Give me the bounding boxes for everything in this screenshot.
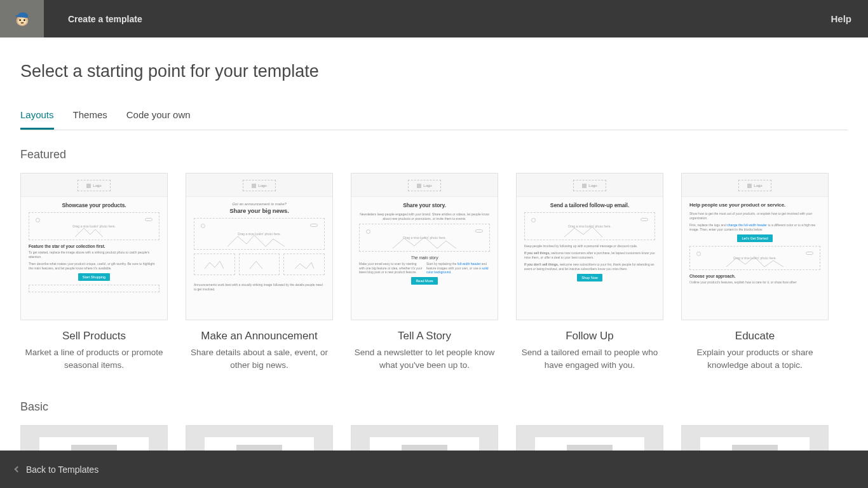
preview-image-placeholder: Drag a nice lookin' photo here. <box>194 218 325 250</box>
preview-para: Outline your product's features, explain… <box>689 280 820 285</box>
preview-image-placeholder <box>239 254 280 275</box>
template-card-make-announcement: Logo Got an announcement to make? Share … <box>186 173 333 372</box>
preview-cta-button: Start Shopping <box>78 273 110 281</box>
preview-para: Then describe what makes your product un… <box>29 262 159 271</box>
preview-educate[interactable]: Logo Help people use your product or ser… <box>681 173 829 320</box>
preview-image-placeholder: Drag a nice lookin' photo here. <box>359 224 490 252</box>
card-desc: Send a newsletter to let people know wha… <box>351 346 498 372</box>
monkey-logo-icon <box>11 8 33 30</box>
tab-themes[interactable]: Themes <box>73 109 107 130</box>
preview-para: Start by replacing the full-width header… <box>426 262 490 274</box>
page-title: Create a template <box>68 14 142 24</box>
tab-layouts[interactable]: Layouts <box>20 109 54 130</box>
card-desc: Share details about a sale, event, or ot… <box>186 346 333 372</box>
preview-heading: Showcase your products. <box>29 202 159 208</box>
preview-image-placeholder: Drag a nice lookin' photo here. <box>524 212 655 240</box>
tabs-bar: Layouts Themes Code your own <box>20 109 848 130</box>
section-featured-title: Featured <box>20 148 848 161</box>
svg-point-4 <box>20 22 24 24</box>
tab-code-your-own[interactable]: Code your own <box>126 109 191 130</box>
preview-image-placeholder <box>194 254 235 275</box>
preview-para: To get started, replace the image above … <box>29 250 159 259</box>
preview-para: If you don't sell things, welcome new su… <box>524 262 655 271</box>
preview-subhead: Choose your approach. <box>689 274 820 278</box>
card-title: Sell Products <box>20 330 168 342</box>
preview-heading: Share your story. <box>359 202 490 208</box>
featured-row: Logo Showcase your products. Drag a nice… <box>20 173 848 372</box>
svg-point-1 <box>18 17 27 25</box>
card-title: Tell A Story <box>351 330 498 342</box>
preview-cta-button: Let's Get Started <box>737 234 772 242</box>
preview-subhead: The main story <box>359 255 490 260</box>
preview-logo-placeholder: Logo <box>573 180 606 191</box>
preview-image-placeholder: Drag a nice lookin' photo here. <box>29 212 159 240</box>
preview-logo-placeholder: Logo <box>738 180 771 191</box>
preview-cta-button: Shop Now <box>577 274 602 281</box>
preview-image-placeholder <box>283 254 325 275</box>
preview-subhead: Feature the star of your collection firs… <box>29 244 159 248</box>
template-card-basic-4 <box>516 425 663 451</box>
svg-point-3 <box>24 19 25 21</box>
template-card-basic-5 <box>681 425 829 451</box>
preview-cta-button: Read More <box>411 277 437 285</box>
card-title: Make an Announcement <box>186 330 333 342</box>
preview-image-placeholder <box>29 285 159 292</box>
preview-heading: Send a tailored follow-up email. <box>524 202 655 208</box>
preview-para: Make your email easy to scan by starting… <box>359 262 423 274</box>
page-heading: Select a starting point for your templat… <box>20 62 848 81</box>
brand-logo[interactable] <box>0 0 44 37</box>
preview-sell-products[interactable]: Logo Showcase your products. Drag a nice… <box>20 173 168 320</box>
card-title: Follow Up <box>516 330 663 342</box>
preview-para: Newsletters keep people engaged with you… <box>359 212 490 221</box>
preview-basic-3[interactable] <box>351 425 498 451</box>
preview-tell-story[interactable]: Logo Share your story. Newsletters keep … <box>351 173 498 320</box>
preview-logo-placeholder: Logo <box>408 180 441 191</box>
template-card-basic-2 <box>186 425 333 451</box>
section-basic-title: Basic <box>20 400 848 414</box>
preview-para: Show how to get the most out of your pro… <box>689 212 820 220</box>
preview-logo-placeholder: Logo <box>78 180 111 191</box>
template-card-follow-up: Logo Send a tailored follow-up email. Dr… <box>516 173 663 372</box>
card-desc: Send a tailored email to people who have… <box>516 346 663 372</box>
template-card-basic-3 <box>351 425 498 451</box>
preview-follow-up[interactable]: Logo Send a tailored follow-up email. Dr… <box>516 173 663 320</box>
preview-para: First, replace the logo and change the f… <box>689 223 820 232</box>
svg-rect-5 <box>15 15 21 17</box>
template-card-basic-1 <box>20 425 168 451</box>
template-card-sell-products: Logo Showcase your products. Drag a nice… <box>20 173 168 372</box>
top-bar: Create a template Help <box>0 0 868 37</box>
preview-logo-placeholder: Logo <box>243 180 276 191</box>
card-title: Educate <box>681 330 829 342</box>
preview-para: Keep people involved by following up wit… <box>524 244 655 248</box>
main-content: Select a starting point for your templat… <box>0 37 868 451</box>
basic-row <box>20 425 848 451</box>
card-desc: Explain your products or share knowledge… <box>681 346 829 372</box>
preview-basic-2[interactable] <box>186 425 333 451</box>
template-card-tell-story: Logo Share your story. Newsletters keep … <box>351 173 498 372</box>
preview-para: If you sell things, welcome new customer… <box>524 251 655 260</box>
preview-heading: Share your big news. <box>194 207 325 214</box>
card-desc: Market a line of products or promote sea… <box>20 346 168 372</box>
svg-point-2 <box>19 19 21 21</box>
preview-basic-5[interactable] <box>681 425 829 451</box>
preview-basic-1[interactable] <box>20 425 168 451</box>
preview-heading: Help people use your product or service. <box>689 202 820 208</box>
preview-pretitle: Got an announcement to make? <box>194 202 325 206</box>
template-card-educate: Logo Help people use your product or ser… <box>681 173 829 372</box>
preview-basic-4[interactable] <box>516 425 663 451</box>
preview-image-placeholder: Drag a nice lookin' photo here. <box>689 246 820 270</box>
help-link[interactable]: Help <box>831 13 851 24</box>
preview-make-announcement[interactable]: Logo Got an announcement to make? Share … <box>186 173 333 320</box>
preview-para: Announcements work best with a visually … <box>194 283 325 292</box>
